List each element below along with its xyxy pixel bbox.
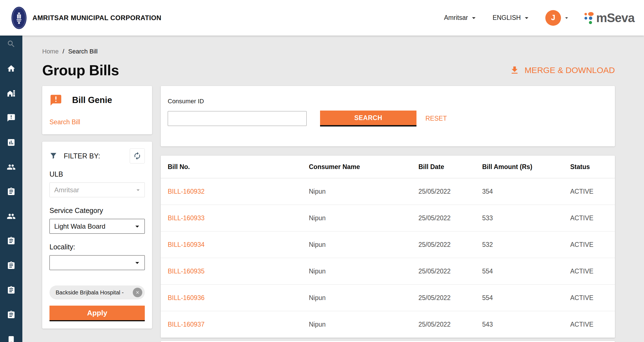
bill-no-link[interactable]: BILL-160934 (168, 241, 309, 249)
bills-table: Bill No. Consumer Name Bill Date Bill Am… (161, 156, 615, 338)
filter-by-label: FILTER BY: (64, 152, 100, 160)
table-row: BILL-160932 Nipun 25/05/2022 354 ACTIVE (161, 178, 615, 205)
chevron-down-icon (133, 222, 142, 231)
mseva-brand: mSeva (584, 11, 634, 25)
bill-date-cell: 25/05/2022 (418, 321, 482, 328)
org-brand: AMRITSAR MUNICIPAL CORPORATION (0, 6, 161, 29)
consumer-id-label: Consumer ID (168, 98, 615, 105)
chevron-down-icon (522, 14, 531, 22)
col-consumer-name: Consumer Name (309, 163, 418, 171)
selected-locality-row: Backside Brijbala Hospital - (49, 285, 145, 299)
bill-genie-header: Bill Genie (49, 94, 145, 107)
locality-chip: Backside Brijbala Hospital - (49, 285, 145, 299)
consumer-search-card: Consumer ID SEARCH RESET (161, 86, 615, 146)
city-menu[interactable]: Amritsar (444, 14, 478, 22)
bill-no-link[interactable]: BILL-160937 (168, 321, 309, 328)
top-header: AMRITSAR MUNICIPAL CORPORATION Amritsar … (0, 0, 644, 36)
ulb-label: ULB (49, 170, 145, 178)
property-icon[interactable] (7, 89, 16, 98)
bill-genie-card: Bill Genie Search Bill (42, 86, 152, 134)
bill-no-link[interactable]: BILL-160936 (168, 294, 309, 302)
col-bill-no: Bill No. (168, 163, 309, 171)
reset-button[interactable]: RESET (424, 114, 449, 123)
service-category-select[interactable]: Light Wala Board (49, 219, 145, 234)
search-icon[interactable] (7, 39, 16, 48)
search-button[interactable]: SEARCH (320, 111, 416, 127)
bill-no-link[interactable]: BILL-160933 (168, 214, 309, 222)
ulb-select-value: Amritsar (54, 186, 79, 194)
consumer-id-input[interactable] (168, 111, 307, 126)
chevron-down-icon (563, 15, 570, 21)
clipboard-icon[interactable] (7, 286, 16, 295)
bill-date-cell: 25/05/2022 (418, 241, 482, 249)
locality-label: Locality: (49, 243, 145, 251)
right-column: Consumer ID SEARCH RESET Bill No. Consum… (161, 86, 615, 342)
content-columns: Bill Genie Search Bill FILTER BY: (42, 86, 615, 342)
language-menu[interactable]: ENGLISH (493, 14, 531, 22)
consumer-name-cell: Nipun (309, 294, 418, 302)
breadcrumb-current: Search Bill (68, 48, 98, 55)
mseva-logo-icon (584, 12, 594, 24)
chart-icon[interactable] (7, 138, 16, 147)
col-bill-date: Bill Date (418, 163, 482, 171)
table-row: BILL-160935 Nipun 25/05/2022 554 ACTIVE (161, 258, 615, 285)
merge-download-button[interactable]: MERGE & DOWNLOAD (510, 65, 615, 75)
bill-amount-cell: 533 (482, 214, 570, 222)
chat-alert-icon (49, 94, 62, 107)
group-bills-page: AMRITSAR MUNICIPAL CORPORATION Amritsar … (0, 0, 644, 342)
bookmark-icon[interactable] (7, 335, 16, 342)
remove-locality-chip-button[interactable] (133, 288, 142, 297)
status-cell: ACTIVE (570, 214, 615, 222)
consumer-name-cell: Nipun (309, 268, 418, 275)
status-cell: ACTIVE (570, 294, 615, 302)
bill-amount-cell: 354 (482, 188, 570, 195)
home-icon[interactable] (7, 64, 16, 73)
breadcrumb-home-link[interactable]: Home (42, 48, 59, 55)
status-cell: ACTIVE (570, 241, 615, 249)
municipal-emblem-logo (11, 6, 27, 29)
table-row: BILL-160933 Nipun 25/05/2022 533 ACTIVE (161, 205, 615, 231)
avatar[interactable]: J (545, 10, 561, 26)
bill-amount-cell: 543 (482, 321, 570, 328)
user-menu[interactable]: J (545, 10, 570, 26)
merge-download-label: MERGE & DOWNLOAD (525, 65, 615, 75)
breadcrumb-separator: / (63, 48, 64, 55)
bill-amount-cell: 554 (482, 294, 570, 302)
filter-card: FILTER BY: ULB Amritsar Service Category (42, 142, 152, 329)
next-table-section-partial (161, 341, 615, 342)
table-row: BILL-160936 Nipun 25/05/2022 554 ACTIVE (161, 285, 615, 311)
left-column: Bill Genie Search Bill FILTER BY: (42, 86, 152, 329)
refresh-filters-button[interactable] (130, 148, 145, 163)
apply-button[interactable]: Apply (49, 306, 145, 321)
chevron-down-icon (470, 14, 478, 22)
col-bill-amount: Bill Amount (Rs) (482, 163, 570, 171)
clipboard-icon[interactable] (7, 310, 16, 319)
people-icon[interactable] (7, 212, 16, 221)
clipboard-icon[interactable] (7, 187, 16, 196)
search-row: SEARCH RESET (168, 111, 615, 127)
clipboard-icon[interactable] (7, 236, 16, 245)
chevron-down-icon (134, 186, 142, 194)
table-row: BILL-160934 Nipun 25/05/2022 532 ACTIVE (161, 231, 615, 258)
city-menu-label: Amritsar (444, 14, 468, 22)
close-icon (135, 290, 140, 295)
feedback-icon[interactable] (7, 113, 16, 122)
bill-date-cell: 25/05/2022 (418, 188, 482, 195)
search-bill-link[interactable]: Search Bill (49, 118, 80, 126)
refresh-icon (133, 152, 141, 160)
table-body: BILL-160932 Nipun 25/05/2022 354 ACTIVE … (161, 178, 615, 338)
download-icon (510, 65, 520, 75)
bill-no-link[interactable]: BILL-160932 (168, 188, 309, 195)
clipboard-icon[interactable] (7, 261, 16, 270)
people-icon[interactable] (7, 163, 16, 172)
bill-amount-cell: 532 (482, 241, 570, 249)
consumer-name-cell: Nipun (309, 214, 418, 222)
filter-funnel-icon (49, 152, 57, 160)
consumer-name-cell: Nipun (309, 321, 418, 328)
bill-no-link[interactable]: BILL-160935 (168, 268, 309, 275)
page-title: Group Bills (42, 62, 119, 79)
service-category-label: Service Category (49, 207, 145, 215)
bill-date-cell: 25/05/2022 (418, 294, 482, 302)
ulb-select[interactable]: Amritsar (49, 182, 145, 197)
locality-select[interactable] (49, 255, 145, 270)
